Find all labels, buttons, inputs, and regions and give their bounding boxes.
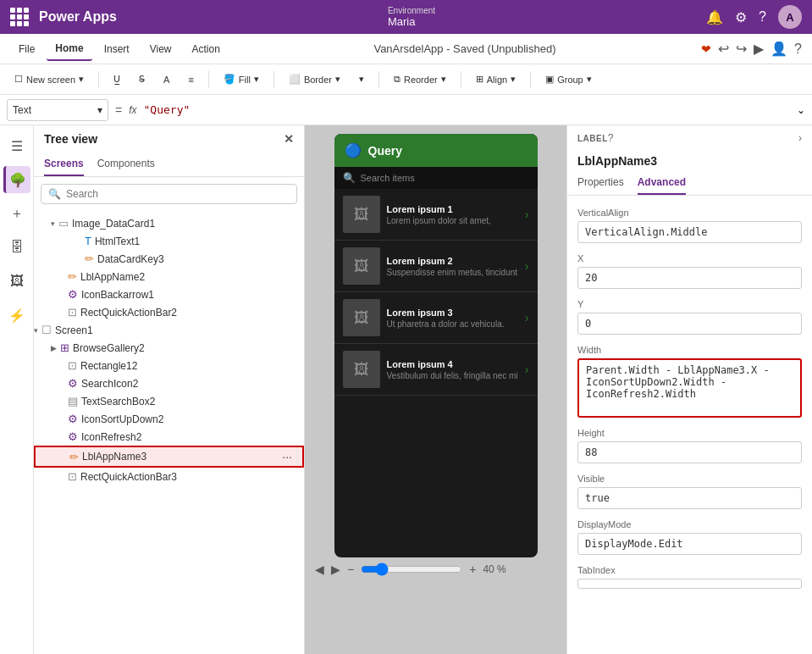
- reorder-button[interactable]: ⧉ Reorder ▾: [386, 69, 454, 89]
- tree-item-htmltext1[interactable]: T HtmlText1: [34, 232, 304, 250]
- settings-icon[interactable]: ⚙: [735, 9, 747, 25]
- tab-screens[interactable]: Screens: [44, 152, 84, 176]
- formula-selector-value: Text: [13, 104, 31, 116]
- tab-advanced[interactable]: Advanced: [638, 171, 686, 195]
- item-title-4: Lorem ipsum 4: [387, 359, 518, 369]
- strikethrough-button[interactable]: S̶: [131, 69, 152, 89]
- tab-components[interactable]: Components: [97, 152, 155, 176]
- tree-item-image-datacard1[interactable]: ▾ ▭ Image_DataCard1: [34, 214, 304, 232]
- left-icon-data[interactable]: 🗄: [3, 234, 30, 261]
- phone-list-item-2[interactable]: 🖼 Lorem ipsum 2 Suspendisse enim metus, …: [334, 241, 538, 292]
- play-icon[interactable]: ▶: [754, 41, 764, 57]
- tree-item-searchicon2[interactable]: ⚙ SearchIcon2: [34, 374, 304, 392]
- formula-input[interactable]: "Query": [144, 103, 790, 116]
- rect-icon: ⊡: [68, 359, 77, 372]
- top-bar-right: 🔔 ⚙ ? A: [706, 5, 802, 29]
- tree-item-rectquickactionbar2[interactable]: ⊡ RectQuickActionBar2: [34, 303, 304, 321]
- menu-insert[interactable]: Insert: [96, 38, 138, 60]
- more-options-icon[interactable]: ···: [279, 450, 296, 463]
- underline-button[interactable]: U̲: [106, 69, 128, 89]
- group-button[interactable]: ▣ Group ▾: [538, 69, 599, 89]
- field-input[interactable]: 88: [577, 441, 802, 463]
- tab-properties[interactable]: Properties: [577, 171, 624, 195]
- tree-item-lblappname3[interactable]: ✏ LblAppName3 ···: [34, 446, 304, 468]
- font-button[interactable]: A: [156, 70, 177, 89]
- zoom-slider[interactable]: [361, 563, 462, 576]
- formula-selector[interactable]: Text ▾: [7, 99, 108, 121]
- fill-button[interactable]: 🪣 Fill ▾: [216, 69, 267, 89]
- tree-item-lblappname2[interactable]: ✏ LblAppName2: [34, 268, 304, 285]
- field-input[interactable]: VerticalAlign.Middle: [577, 221, 802, 243]
- field-input[interactable]: [577, 579, 802, 589]
- tree-item-datacardkey3[interactable]: ✏ DataCardKey3: [34, 250, 304, 268]
- tree-item-textsearchbox2[interactable]: ▤ TextSearchBox2: [34, 392, 304, 410]
- image-placeholder-icon: 🖼: [354, 361, 369, 379]
- left-icon-tree[interactable]: 🌳: [3, 166, 30, 193]
- search-input[interactable]: [66, 188, 290, 200]
- left-icon-menu[interactable]: ☰: [3, 132, 30, 159]
- gallery-icon: ⊞: [60, 341, 69, 354]
- canvas-minus-icon[interactable]: −: [347, 563, 354, 576]
- right-content: VerticalAlign VerticalAlign.Middle X 20 …: [567, 196, 812, 654]
- border-button[interactable]: ⬜ Border ▾: [281, 69, 348, 89]
- item-label: Rectangle12: [80, 360, 297, 372]
- item-label: SearchIcon2: [81, 378, 297, 390]
- field-input[interactable]: 0: [577, 313, 802, 335]
- right-panel: LABEL ? › LblAppName3 Properties Advance…: [566, 125, 812, 654]
- menu-help-icon[interactable]: ?: [794, 42, 802, 57]
- menu-view[interactable]: View: [141, 38, 180, 60]
- field-input[interactable]: 20: [577, 267, 802, 289]
- env-name: Maria: [388, 15, 435, 28]
- field-input[interactable]: DisplayMode.Edit: [577, 533, 802, 555]
- tree-item-browsegallery2[interactable]: ▶ ⊞ BrowseGallery2: [34, 339, 304, 357]
- right-panel-expand-icon[interactable]: ›: [798, 132, 802, 144]
- new-screen-button[interactable]: ☐ New screen ▾: [7, 69, 91, 89]
- tree-item-iconbackarrow1[interactable]: ⚙ IconBackarrow1: [34, 285, 304, 303]
- help-circle-icon[interactable]: ?: [608, 132, 614, 144]
- avatar[interactable]: A: [778, 5, 802, 29]
- app-title: VanArsdelApp - Saved (Unpublished): [373, 42, 555, 55]
- left-icon-insert[interactable]: ＋: [3, 200, 30, 227]
- tree-close-icon[interactable]: ✕: [284, 132, 294, 146]
- notification-icon[interactable]: 🔔: [706, 9, 723, 25]
- item-label: IconBackarrow1: [81, 289, 297, 301]
- tree-item-iconsortsupdown2[interactable]: ⚙ IconSortUpDown2: [34, 410, 304, 428]
- border-down-icon: ▾: [359, 74, 364, 85]
- align-text-button[interactable]: ≡: [180, 70, 201, 89]
- phone-list-item-3[interactable]: 🖼 Lorem ipsum 3 Ut pharetra a dolor ac v…: [334, 292, 538, 344]
- field-y: Y 0: [567, 294, 812, 340]
- border-down-button[interactable]: ▾: [351, 69, 372, 89]
- tree-item-rectangle12[interactable]: ⊡ Rectangle12: [34, 357, 304, 374]
- menu-action[interactable]: Action: [184, 38, 229, 60]
- field-label: X: [577, 253, 802, 263]
- formula-expand-icon[interactable]: ⌄: [797, 104, 805, 116]
- item-label: LblAppName2: [80, 271, 297, 283]
- undo-icon[interactable]: ↩: [718, 41, 729, 57]
- phone-search-bar[interactable]: 🔍 Search items: [334, 167, 538, 189]
- field-input-width[interactable]: Parent.Width - LblAppName3.X - IconSortU…: [577, 358, 802, 418]
- canvas-next-icon[interactable]: ▶: [331, 563, 340, 576]
- menu-home[interactable]: Home: [47, 37, 91, 61]
- health-icon[interactable]: ❤: [701, 42, 711, 56]
- canvas-prev-icon[interactable]: ◀: [315, 563, 324, 576]
- left-icon-media[interactable]: 🖼: [3, 268, 30, 295]
- phone-list-item-1[interactable]: 🖼 Lorem ipsum 1 Lorem ipsum dolor sit am…: [334, 189, 538, 241]
- rect-icon: ▭: [58, 217, 69, 230]
- menu-file[interactable]: File: [10, 38, 43, 60]
- tree-item-iconrefresh2[interactable]: ⚙ IconRefresh2: [34, 428, 304, 446]
- tree-item-rectquickactionbar3[interactable]: ⊡ RectQuickActionBar3: [34, 468, 304, 485]
- field-label: Visible: [577, 474, 802, 484]
- phone-list-item-4[interactable]: 🖼 Lorem ipsum 4 Vestibulum dui felis, fr…: [334, 344, 538, 396]
- redo-icon[interactable]: ↪: [736, 41, 747, 57]
- align-button[interactable]: ⊞ Align ▾: [468, 69, 523, 89]
- item-label: RectQuickActionBar2: [80, 307, 297, 319]
- waffle-icon[interactable]: [10, 8, 29, 26]
- field-input[interactable]: true: [577, 487, 802, 509]
- help-icon[interactable]: ?: [759, 9, 766, 25]
- left-icon-power-automate[interactable]: ⚡: [3, 302, 30, 329]
- canvas-plus-icon[interactable]: +: [469, 563, 476, 576]
- tree-search-box[interactable]: 🔍: [41, 184, 297, 204]
- user-icon[interactable]: 👤: [771, 41, 787, 57]
- rect-icon: ⊡: [68, 306, 77, 319]
- tree-item-screen1[interactable]: ▾ ☐ Screen1: [34, 321, 304, 339]
